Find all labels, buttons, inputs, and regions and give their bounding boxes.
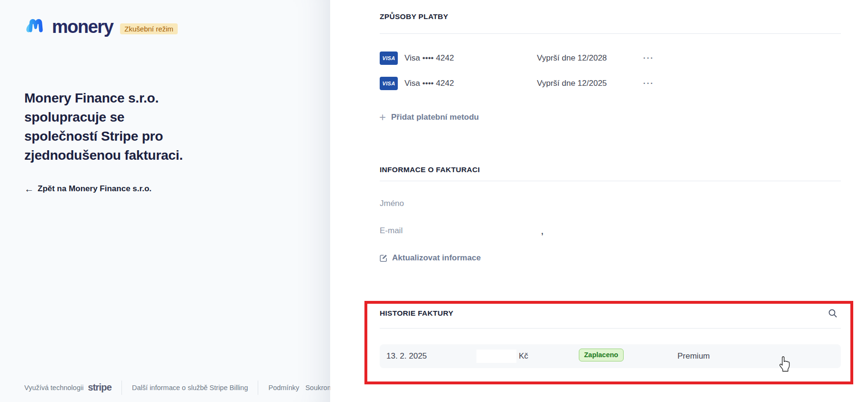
plus-icon: + — [379, 112, 386, 123]
terms-link[interactable]: Podmínky — [268, 384, 299, 392]
card-number-label: Visa •••• 4242 — [404, 79, 454, 88]
footer: Využívá technologii stripe Další informa… — [24, 381, 330, 395]
privacy-link[interactable]: Soukromí — [305, 384, 330, 392]
invoice-history-title: HISTORIE FAKTURY — [380, 309, 454, 318]
redacted-amount — [476, 350, 516, 363]
card-number-label: Visa •••• 4242 — [404, 53, 454, 63]
section-divider — [380, 181, 841, 181]
payment-method-row: VISA Visa •••• 4242 Vyprší dne 12/2028 ·… — [380, 50, 841, 67]
add-payment-method-label: Přidat platební metodu — [391, 113, 479, 122]
section-divider — [380, 33, 841, 34]
card-options-menu-icon[interactable]: ··· — [641, 75, 656, 92]
powered-by-label: Využívá technologii — [24, 384, 83, 392]
update-information-button[interactable]: Aktualizovat informace — [379, 253, 481, 263]
card-expiry-label: Vyprší dne 12/2025 — [537, 79, 607, 88]
invoice-currency: Kč — [519, 351, 528, 361]
card-options-menu-icon[interactable]: ··· — [641, 50, 656, 67]
stripe-customer-portal: monery Zkušební režim Monery Finance s.r… — [0, 0, 868, 402]
email-value-fragment: , — [541, 228, 543, 236]
edit-pencil-icon — [379, 254, 388, 262]
back-arrow-icon: ← — [24, 184, 34, 194]
invoice-date: 13. 2. 2025 — [386, 351, 427, 361]
visa-card-icon: VISA — [380, 77, 398, 90]
card-expiry-label: Vyprší dne 12/2028 — [537, 53, 607, 63]
add-payment-method-button[interactable]: + Přidat platební metodu — [379, 112, 479, 123]
visa-card-icon: VISA — [380, 52, 398, 65]
name-field-label: Jméno — [380, 199, 404, 208]
branding-panel: monery Zkušební režim Monery Finance s.r… — [0, 0, 330, 402]
stripe-billing-info-link[interactable]: Další informace o službě Stripe Billing — [132, 384, 248, 392]
invoice-plan-name: Premium — [677, 351, 710, 361]
page-title: Monery Finance s.r.o. spolupracuje se sp… — [24, 89, 198, 165]
stripe-wordmark: stripe — [88, 382, 111, 393]
status-badge: Zaplaceno — [579, 349, 624, 361]
back-link[interactable]: ← Zpět na Monery Finance s.r.o. — [24, 184, 151, 194]
monery-logo-wordmark: monery — [52, 17, 113, 36]
payment-method-row: VISA Visa •••• 4242 Vyprší dne 12/2025 ·… — [380, 75, 841, 92]
search-icon — [828, 308, 838, 319]
email-field-label: E-mail — [380, 226, 403, 236]
back-link-label: Zpět na Monery Finance s.r.o. — [38, 184, 151, 194]
billing-info-title: INFORMACE O FAKTURACI — [380, 165, 480, 175]
monery-logo-icon — [24, 16, 46, 36]
test-mode-badge: Zkušební režim — [120, 23, 178, 34]
footer-divider — [121, 381, 122, 395]
update-information-label: Aktualizovat informace — [392, 253, 481, 263]
invoice-row[interactable]: 13. 2. 2025 Kč Zaplaceno Premium — [380, 344, 841, 368]
payment-methods-title: ZPŮSOBY PLATBY — [380, 12, 448, 21]
logo: monery Zkušební režim — [24, 16, 178, 36]
footer-divider — [258, 381, 258, 395]
section-divider — [380, 328, 841, 329]
search-invoices-button[interactable] — [826, 307, 839, 320]
